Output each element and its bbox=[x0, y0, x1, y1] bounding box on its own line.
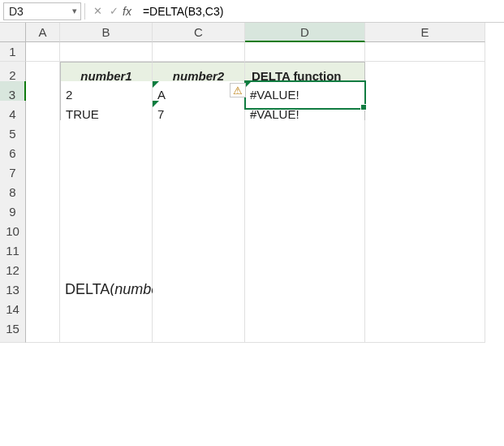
formula-bar: D3 ▾ ✕ ✓ fx bbox=[0, 0, 504, 23]
row-header-1[interactable]: 1 bbox=[0, 42, 26, 62]
cell-a15[interactable] bbox=[26, 315, 60, 343]
col-header-c[interactable]: C bbox=[153, 23, 245, 42]
cell-c3-value: A bbox=[157, 88, 166, 102]
cell-a1[interactable] bbox=[26, 42, 60, 62]
formula-input[interactable] bbox=[140, 2, 501, 20]
cell-e1[interactable] bbox=[365, 42, 485, 62]
error-trace-button[interactable]: ⚠ bbox=[230, 83, 246, 97]
col-header-d[interactable]: D bbox=[245, 23, 365, 42]
spreadsheet-grid[interactable]: A B C D E 1 2 number1 number2 DELTA func… bbox=[0, 23, 504, 335]
formula-bar-buttons: ✕ ✓ fx bbox=[88, 3, 136, 19]
cell-d1[interactable] bbox=[245, 42, 365, 62]
col-header-b[interactable]: B bbox=[60, 23, 153, 42]
warning-icon: ⚠ bbox=[233, 85, 243, 96]
select-all-corner[interactable] bbox=[0, 23, 26, 42]
name-box[interactable]: D3 ▾ bbox=[3, 2, 81, 20]
col-header-a[interactable]: A bbox=[26, 23, 60, 42]
cell-b15[interactable] bbox=[60, 315, 153, 343]
cell-c1[interactable] bbox=[153, 42, 245, 62]
fx-icon[interactable]: fx bbox=[123, 5, 135, 18]
cell-b1[interactable] bbox=[60, 42, 153, 62]
separator bbox=[84, 3, 85, 19]
cancel-icon[interactable]: ✕ bbox=[90, 3, 105, 19]
syntax-fn: DELTA( bbox=[65, 281, 114, 297]
col-header-e[interactable]: E bbox=[365, 23, 485, 42]
name-box-value: D3 bbox=[9, 5, 24, 18]
row-header-15[interactable]: 15 bbox=[0, 315, 26, 343]
cell-d15[interactable] bbox=[245, 315, 365, 343]
cell-e15[interactable] bbox=[365, 315, 485, 343]
confirm-icon[interactable]: ✓ bbox=[106, 3, 121, 19]
chevron-down-icon[interactable]: ▾ bbox=[72, 6, 77, 16]
cell-c15[interactable] bbox=[153, 315, 245, 343]
cell-d3[interactable]: #VALUE! bbox=[245, 81, 365, 109]
